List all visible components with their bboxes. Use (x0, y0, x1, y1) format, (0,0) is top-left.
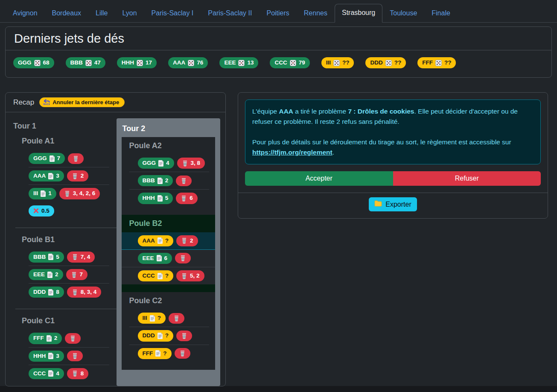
problem-number: 2 (55, 271, 58, 278)
tab-poitiers[interactable]: Poitiers (259, 4, 296, 23)
rejected-trash-icon (181, 273, 187, 279)
tab-finale[interactable]: Finale (424, 4, 458, 23)
rejected-values: 8 (81, 370, 84, 377)
problem-document-icon (48, 370, 53, 377)
roll-value: 68 (43, 59, 50, 66)
tab-lille[interactable]: Lille (88, 4, 115, 23)
roll-value: 17 (146, 59, 152, 66)
tab-paris-saclay-i[interactable]: Paris-Saclay I (144, 4, 201, 23)
die-icon (333, 60, 340, 66)
die-icon (188, 60, 194, 66)
rejected-values: 5, 2 (190, 272, 200, 279)
problem-number: ? (165, 237, 169, 244)
problem-document-icon (157, 178, 163, 184)
rejected-problems-badge: 5, 2 (176, 270, 204, 281)
tab-rennes[interactable]: Rennes (297, 4, 335, 23)
problem-document-icon (157, 333, 163, 339)
rejected-problems-badge: 3, 4, 2, 6 (59, 188, 100, 199)
last-roll-badge: EEE13 (219, 57, 258, 68)
problem-number: ? (165, 272, 169, 279)
recap-header: Recap BACK Annuler la dernière étape (6, 93, 225, 112)
last-rolls-header: Derniers jets de dés (6, 27, 551, 50)
rejected-trash-icon (179, 350, 186, 357)
rejected-problems-badge (175, 348, 190, 359)
tab-avignon[interactable]: Avignon (6, 4, 45, 23)
team-problem-badge: III1 (29, 188, 56, 199)
poule-section: Poule C1FFF2HHH3CCC48 (22, 316, 109, 382)
poule-section: Poule C2III?DDD?FFF? (122, 292, 215, 370)
tour-title: Tour 1 (13, 122, 117, 131)
roll-value: 47 (94, 59, 101, 66)
team-problem-badge: EEE6 (138, 253, 172, 264)
team-code: EEE (143, 255, 154, 262)
rejected-values: 7, 4 (81, 254, 90, 260)
undo-last-step-button[interactable]: BACK Annuler la dernière étape (39, 97, 125, 107)
export-button[interactable]: Exporter (369, 197, 417, 211)
rejected-values: 3, 8 (191, 160, 201, 167)
team-code: EEE (33, 271, 45, 278)
team-code: CCC (274, 59, 287, 66)
team-problem-badge: CCC4 (29, 368, 64, 379)
team-code: HHH (122, 59, 134, 66)
last-roll-badge: BBB47 (66, 57, 105, 68)
problem-document-icon (158, 160, 163, 167)
team-code: GGG (33, 155, 47, 162)
problem-document-icon (157, 255, 162, 261)
problem-document-icon (157, 195, 163, 202)
team-row: III? (129, 310, 209, 327)
team-code: HHH (143, 195, 155, 202)
tab-strasbourg[interactable]: Strasbourg (335, 4, 382, 23)
last-roll-badge: DDD?? (365, 57, 406, 68)
tab-bordeaux[interactable]: Bordeaux (45, 4, 89, 23)
team-code: BBB (143, 177, 155, 184)
team-row: BBB2 (129, 172, 209, 190)
team-row: CCC48 (29, 365, 109, 382)
rejected-problems-badge (67, 351, 83, 361)
problem-number: 1 (48, 190, 52, 197)
rejected-trash-icon (181, 178, 187, 184)
poule-name: Poule B1 (22, 235, 109, 244)
problem-number: ? (157, 315, 161, 322)
alert-paragraph: Pour plus de détails sur le déroulement … (252, 137, 534, 158)
tab-lyon[interactable]: Lyon (115, 4, 144, 23)
last-roll-badge: III?? (321, 57, 354, 68)
poule-section: Poule B2AAA?2EEE6CCC?5, 2 (122, 215, 215, 293)
rejected-trash-icon (72, 173, 78, 179)
problem-document-icon (150, 315, 155, 322)
poule-section: Poule B1BBB57, 4EEE27DDD88, 3, 4 (22, 235, 109, 301)
reglement-link[interactable]: https://tfjm.org/reglement (252, 149, 332, 156)
last-rolls-badges: GGG68BBB47HHH17AAA76EEE13CCC79III??DDD??… (6, 50, 551, 75)
accept-button[interactable]: Accepter (245, 171, 393, 186)
team-code: FFF (143, 350, 153, 357)
team-problem-badge: DDD? (138, 330, 174, 341)
team-code: BBB (33, 254, 46, 260)
undo-back-icon: BACK (43, 99, 50, 105)
team-problem-badge: DDD8 (29, 287, 64, 298)
die-icon (238, 60, 245, 66)
rejected-problems-badge (169, 313, 184, 324)
tab-toulouse[interactable]: Toulouse (382, 4, 424, 23)
poule-name: Poule A2 (129, 141, 215, 150)
tour-title: Tour 2 (122, 124, 215, 133)
last-roll-badge: HHH17 (117, 57, 157, 68)
tour-highlight-box: Tour 2Poule A2GGG43, 8BBB2HHH56Poule B2A… (117, 118, 220, 386)
poule-name: Poule C1 (22, 316, 109, 325)
recap-title: Recap (13, 98, 34, 107)
problem-document-icon (157, 237, 163, 244)
penalty-value: 0.5 (41, 208, 50, 214)
team-row: AAA32 (29, 167, 109, 185)
tab-paris-saclay-ii[interactable]: Paris-Saclay II (201, 4, 259, 23)
team-code: III (143, 315, 147, 322)
rejected-values: 2 (81, 173, 84, 179)
city-tabs-nav: AvignonBordeauxLilleLyonParis-Saclay IPa… (0, 0, 557, 23)
rejected-values: 2 (190, 237, 193, 244)
team-row: GGG43, 8 (129, 155, 209, 172)
last-roll-badge: GGG68 (13, 57, 54, 68)
die-icon (385, 60, 392, 66)
roll-value: ?? (394, 59, 402, 66)
refuse-button[interactable]: Refuser (393, 171, 541, 186)
team-row: HHH56 (129, 190, 209, 207)
problem-document-icon (41, 190, 46, 197)
roll-value: 76 (197, 59, 203, 66)
problem-document-icon (157, 273, 163, 279)
